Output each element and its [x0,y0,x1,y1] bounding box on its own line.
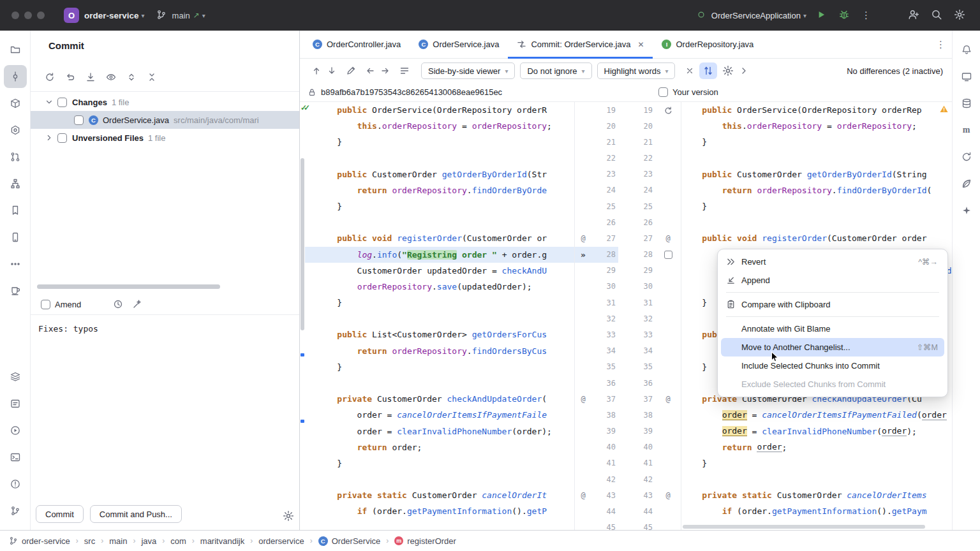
collapse-unchanged-icon[interactable] [685,66,694,75]
add-user-icon[interactable] [908,9,919,22]
expand-all-button[interactable] [122,68,140,86]
diff-line-left-27[interactable]: public void registerOrder(CustomerOrder … [305,230,574,246]
diff-line-left-23[interactable]: public CustomerOrder getOrderByOrderId(S… [305,166,574,182]
breadcrumb-orderservice[interactable]: COrderService [318,536,381,546]
collapse-all-button[interactable] [143,68,161,86]
diff-line-left-20[interactable]: this.orderRepository = orderRepository; [305,118,574,134]
diff-line-right-22[interactable] [681,151,952,166]
breadcrumb-orderservice[interactable]: orderservice [258,536,304,546]
horizontal-scrollbar[interactable] [37,284,220,289]
diff-line-left-37[interactable]: private CustomerOrder checkAndUpdateOrde… [305,391,574,407]
commit-button[interactable]: Commit [36,505,84,523]
chunk-chevrons-icon[interactable]: » [574,247,592,263]
breadcrumb-maritvandijk[interactable]: maritvandijk [200,536,244,546]
unversioned-group-row[interactable]: Unversioned Files 1 file [31,129,299,147]
breadcrumb-main[interactable]: main [109,536,127,546]
diff-line-left-40[interactable]: return order; [305,439,574,455]
rollback-chunk-icon[interactable] [664,106,672,115]
diff-line-left-33[interactable]: public List<CustomerOrder> getOrdersForC… [305,327,574,342]
tab-commit-orderservice[interactable]: Commit: OrderService.java ✕ [508,31,653,58]
diff-line-left-21[interactable]: } [305,134,574,150]
your-version-checkbox[interactable] [658,87,668,97]
amend-checkbox[interactable] [41,300,50,309]
diff-settings-gear-icon[interactable] [722,65,734,77]
breadcrumb-src[interactable]: src [84,536,95,546]
git-tool-button[interactable] [4,499,27,522]
chevron-down-icon[interactable]: ▾ [803,12,806,19]
changes-group-row[interactable]: Changes 1 file [31,93,299,111]
commit-and-push-button[interactable]: Commit and Push... [90,505,182,523]
chevron-right-icon[interactable] [739,66,749,76]
chevron-right-icon[interactable] [45,133,54,142]
minimize-window-button[interactable] [24,11,32,19]
chevron-down-icon[interactable]: ▾ [202,12,205,19]
breadcrumb-registerorder[interactable]: mregisterOrder [394,536,456,546]
maximize-window-button[interactable] [37,11,45,19]
diff-line-right-23[interactable]: public CustomerOrder getOrderByOrderId(S… [681,166,952,182]
pull-requests-tool-button[interactable] [4,145,27,168]
diff-line-right-40[interactable]: return order; [681,439,952,455]
edit-source-icon[interactable] [346,66,356,76]
project-name[interactable]: order-service [84,11,139,20]
diff-line-right-27[interactable]: public void registerOrder(CustomerOrder … [681,230,952,246]
more-tools-button[interactable] [4,253,27,276]
diff-line-left-25[interactable]: } [305,198,574,214]
project-tool-button[interactable] [4,38,27,61]
diff-line-right-42[interactable] [681,471,952,487]
diff-line-left-24[interactable]: return orderRepository.findOrderByOrde [305,182,574,198]
branch-name[interactable]: main [172,11,190,20]
menu-item-append[interactable]: Append [721,271,944,290]
changed-file-row[interactable]: C OrderService.java src/main/java/com/ma… [31,111,299,129]
changes-checkbox[interactable] [57,98,67,107]
diff-line-left-31[interactable]: } [305,295,574,311]
diff-line-right-44[interactable]: if (order.getPaymentInformation().getPay… [681,503,952,519]
maven-tool-button[interactable]: m [955,119,978,142]
diff-line-left-22[interactable] [305,151,574,166]
diff-line-left-19[interactable]: public OrderService(OrderRepository orde… [305,102,574,118]
diff-line-left-42[interactable] [305,471,574,487]
diff-line-left-36[interactable] [305,375,574,391]
breadcrumb-com[interactable]: com [170,536,186,546]
whitespace-mode-dropdown[interactable]: Do not ignore ▾ [520,62,591,79]
diff-line-left-38[interactable]: order = cancelOrderItemsIfPaymentFaile [305,407,574,423]
gradle-tool-button[interactable] [955,145,978,168]
menu-item-move-to-another-changelist[interactable]: Move to Another Changelist...⇧⌘M [721,338,944,356]
diff-line-right-43[interactable]: private static CustomerOrder cancelOrder… [681,487,952,503]
file-checkbox[interactable] [74,115,84,125]
chevron-down-icon[interactable] [45,98,54,107]
diff-line-left-32[interactable] [305,311,574,327]
chevron-down-icon[interactable]: ▾ [142,12,145,19]
commit-tool-button[interactable] [4,65,27,88]
spring-tool-button[interactable] [955,172,978,195]
commit-settings-gear-icon[interactable] [283,510,294,522]
diff-line-right-19[interactable]: public OrderService(OrderRepository orde… [681,102,952,118]
preview-diff-button[interactable] [102,68,120,86]
diff-line-right-20[interactable]: this.orderRepository = orderRepository; [681,118,952,134]
previous-change-icon[interactable] [311,66,322,76]
search-icon[interactable] [931,9,942,22]
chunk-checkbox[interactable] [664,251,672,259]
device-tool-button[interactable] [4,226,27,249]
breadcrumb-java[interactable]: java [141,536,156,546]
forward-icon[interactable] [380,66,390,76]
shelve-button[interactable] [82,68,100,86]
ui-preview-button[interactable] [955,65,978,88]
diff-line-left-41[interactable]: } [305,455,574,471]
menu-item-annotate-with-git-blame[interactable]: Annotate with Git Blame [721,320,944,338]
dependencies-tool-button[interactable] [4,279,27,302]
menu-item-compare-with-clipboard[interactable]: Compare with Clipboard [721,295,944,314]
diff-line-right-39[interactable]: order = clearInvalidPhoneNumber(order); [681,423,952,439]
tab-orderservice[interactable]: C OrderService.java [410,31,508,58]
structure-tool-button[interactable] [4,172,27,195]
next-change-icon[interactable] [327,66,337,76]
close-window-button[interactable] [11,11,19,19]
diff-line-left-34[interactable]: return orderRepository.findOrdersByCus [305,343,574,359]
unversioned-checkbox[interactable] [57,133,67,143]
diff-line-left-44[interactable]: if (order.getPaymentInformation().getP [305,503,574,519]
diff-line-right-24[interactable]: return orderRepository.findOrderByOrderI… [681,182,952,198]
diff-line-left-43[interactable]: private static CustomerOrder cancelOrder… [305,487,574,503]
run-configuration[interactable]: OrderServiceApplication [711,11,801,20]
menu-item-revert[interactable]: Revert^⌘→ [721,253,944,271]
back-icon[interactable] [365,66,375,76]
run-button[interactable] [815,9,827,22]
